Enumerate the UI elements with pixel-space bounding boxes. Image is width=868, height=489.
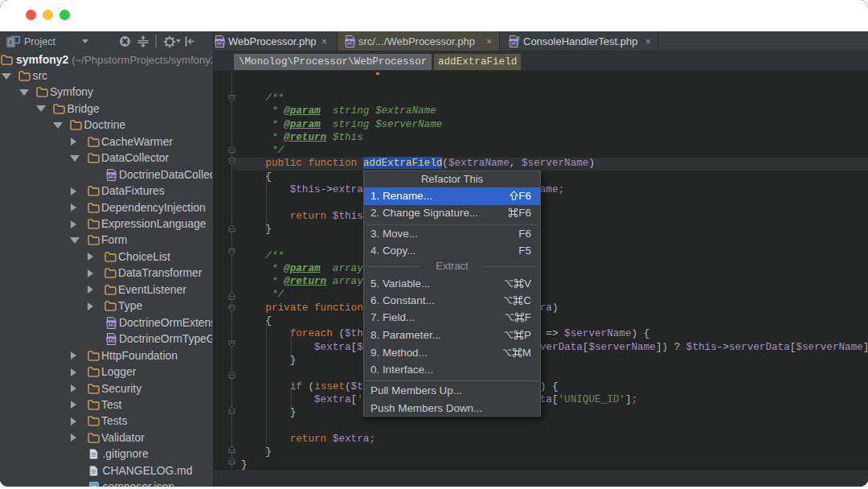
svg-text:php: php (107, 320, 116, 325)
svg-text:php: php (346, 39, 354, 44)
svg-text:{}: {} (91, 485, 97, 487)
svg-text:php: php (215, 39, 224, 44)
svg-text:php: php (107, 337, 116, 342)
svg-text:php: php (510, 39, 518, 44)
svg-text:php: php (107, 172, 116, 177)
